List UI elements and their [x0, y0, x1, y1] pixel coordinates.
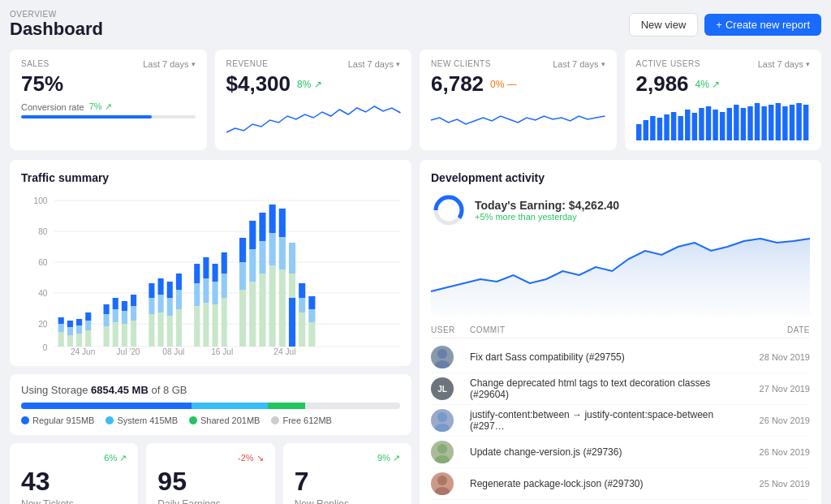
svg-rect-45 [76, 319, 82, 325]
commit-message: Fix dart Sass compatibility (#29755) [470, 351, 722, 363]
stat-change-revenue: 8% ↗ [297, 79, 322, 90]
page-title: Dashboard [10, 19, 103, 40]
svg-rect-108 [308, 296, 315, 309]
create-report-button[interactable]: + Create new report [704, 14, 821, 36]
stat-period-users[interactable]: Last 7 days ▾ [758, 59, 810, 69]
svg-rect-0 [636, 124, 641, 140]
progress-fill-sales [21, 115, 152, 118]
svg-point-119 [435, 424, 450, 432]
svg-rect-24 [803, 105, 807, 140]
storage-shared [268, 403, 306, 409]
stat-card-clients: NEW CLIENTS Last 7 days ▾ 6,782 0% — [420, 50, 617, 150]
svg-rect-9 [699, 108, 704, 140]
bottom-stats-row: 6% ↗ 43 New Tickets -2% ↘ 95 Daily Earni… [10, 443, 411, 504]
svg-rect-101 [289, 243, 295, 274]
storage-regular [21, 403, 192, 409]
commit-date: 26 Nov 2019 [729, 447, 810, 457]
svg-rect-59 [131, 306, 136, 321]
svg-rect-61 [149, 314, 154, 347]
svg-text:08 Jul: 08 Jul [162, 347, 184, 356]
chevron-down-icon: ▾ [192, 60, 196, 68]
commit-message: Update change-version.js (#29736) [470, 446, 722, 458]
svg-rect-15 [740, 108, 745, 140]
svg-rect-14 [734, 105, 738, 140]
commit-date: 27 Nov 2019 [729, 384, 810, 394]
svg-rect-70 [176, 309, 182, 347]
conversion-rate-label: Conversion rate [21, 102, 84, 112]
svg-rect-52 [113, 322, 118, 347]
svg-rect-74 [194, 283, 200, 306]
main-row: Traffic summary 100 80 60 40 [10, 160, 821, 504]
svg-rect-94 [269, 265, 276, 347]
legend-system: System 415MB [105, 416, 178, 425]
avatar: JL [431, 377, 454, 400]
svg-point-116 [437, 349, 447, 359]
new-view-button[interactable]: New view [629, 13, 699, 37]
legend-shared: Shared 201MB [189, 416, 260, 425]
avatar [431, 472, 454, 495]
stat-period-revenue[interactable]: Last 7 days ▾ [348, 59, 400, 69]
stat-period-clients[interactable]: Last 7 days ▾ [553, 59, 605, 69]
svg-rect-1 [643, 120, 648, 140]
svg-rect-95 [269, 233, 276, 265]
svg-rect-38 [58, 324, 64, 332]
bottom-card-replies: 9% ↗ 7 New Replies [283, 443, 411, 504]
svg-rect-37 [58, 332, 64, 347]
svg-rect-5 [670, 112, 675, 140]
legend-dot-shared [189, 416, 197, 424]
traffic-card: Traffic summary 100 80 60 40 [10, 160, 411, 504]
svg-text:24 Jun: 24 Jun [71, 347, 95, 356]
svg-text:80: 80 [38, 227, 48, 236]
col-commit: COMMIT [470, 325, 722, 334]
stat-card-revenue: REVENUE Last 7 days ▾ $4,300 8% ↗ [215, 50, 412, 150]
stats-row: SALES Last 7 days ▾ 75% Conversion rate … [10, 50, 821, 150]
svg-rect-84 [222, 252, 227, 274]
svg-rect-22 [789, 105, 794, 140]
stat-value-users: 2,986 [636, 71, 689, 97]
svg-text:100: 100 [34, 196, 48, 205]
svg-rect-43 [76, 334, 82, 347]
svg-rect-46 [85, 330, 91, 347]
bottom-card-tickets: 6% ↗ 43 New Tickets [10, 443, 138, 504]
legend-dot-system [105, 416, 114, 424]
svg-point-118 [437, 412, 447, 422]
commit-message: justify-content:between → justify-conten… [470, 409, 722, 432]
svg-rect-73 [194, 306, 200, 347]
revenue-chart [226, 100, 401, 140]
svg-rect-103 [299, 312, 305, 347]
svg-rect-65 [158, 295, 164, 312]
svg-rect-106 [308, 322, 315, 347]
svg-rect-55 [122, 324, 127, 347]
stat-period-sales[interactable]: Last 7 days ▾ [143, 59, 195, 69]
storage-system [192, 403, 267, 409]
earning-growth: +5% more than yesterday [475, 212, 619, 222]
svg-rect-4 [664, 114, 669, 140]
table-row: JL Change deprecated html tags to text d… [431, 373, 810, 405]
svg-rect-69 [167, 282, 173, 298]
svg-rect-8 [691, 113, 696, 140]
header-right: New view + Create new report [629, 13, 821, 37]
stat-label-clients: NEW CLIENTS [431, 59, 491, 68]
stat-label-users: ACTIVE USERS [636, 59, 700, 68]
svg-rect-11 [713, 110, 717, 140]
svg-rect-76 [203, 303, 209, 347]
legend-regular: Regular 915MB [21, 416, 94, 425]
col-user: USER [431, 325, 463, 334]
table-row: Some minor text tweaks 24 Nov 2019 [431, 500, 810, 504]
svg-rect-54 [113, 298, 118, 309]
table-row: Update change-version.js (#29736) 26 Nov… [431, 437, 810, 468]
svg-rect-79 [213, 304, 218, 347]
chevron-down-icon: ▾ [601, 60, 605, 68]
svg-rect-66 [158, 278, 164, 295]
svg-rect-48 [85, 312, 91, 321]
svg-text:16 Jul: 16 Jul [211, 347, 233, 356]
stat-change-users: 4% ↗ [695, 79, 721, 90]
replies-change: 9% ↗ [377, 453, 400, 463]
svg-rect-3 [657, 118, 661, 140]
svg-rect-86 [239, 262, 246, 290]
dev-activity-title: Development activity [431, 171, 810, 184]
commits-header: USER COMMIT DATE [431, 322, 810, 338]
svg-rect-23 [796, 103, 801, 140]
svg-rect-49 [104, 326, 110, 347]
svg-rect-104 [299, 298, 305, 312]
